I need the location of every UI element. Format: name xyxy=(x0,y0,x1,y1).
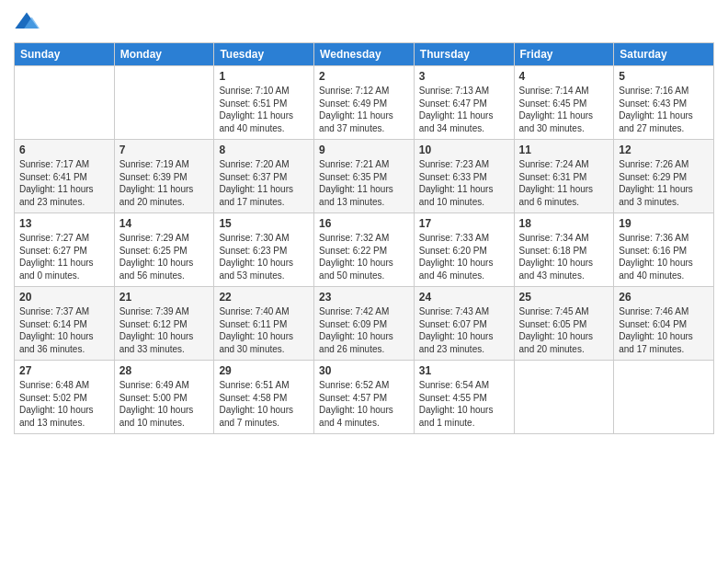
calendar-cell: 20Sunrise: 7:37 AM Sunset: 6:14 PM Dayli… xyxy=(15,287,115,361)
day-info: Sunrise: 7:12 AM Sunset: 6:49 PM Dayligh… xyxy=(319,85,409,134)
day-number: 19 xyxy=(619,217,709,230)
calendar-cell: 2Sunrise: 7:12 AM Sunset: 6:49 PM Daylig… xyxy=(314,66,415,140)
day-info: Sunrise: 7:10 AM Sunset: 6:51 PM Dayligh… xyxy=(219,85,309,134)
day-number: 15 xyxy=(219,217,309,230)
day-number: 27 xyxy=(19,364,109,377)
day-number: 26 xyxy=(619,291,709,304)
calendar-cell: 19Sunrise: 7:36 AM Sunset: 6:16 PM Dayli… xyxy=(614,213,714,287)
day-number: 14 xyxy=(119,217,210,230)
day-number: 25 xyxy=(519,291,609,304)
day-info: Sunrise: 7:30 AM Sunset: 6:23 PM Dayligh… xyxy=(219,232,309,282)
day-info: Sunrise: 6:54 AM Sunset: 4:55 PM Dayligh… xyxy=(419,379,509,429)
calendar-cell: 25Sunrise: 7:45 AM Sunset: 6:05 PM Dayli… xyxy=(514,287,614,361)
day-number: 3 xyxy=(419,70,509,83)
calendar-cell: 23Sunrise: 7:42 AM Sunset: 6:09 PM Dayli… xyxy=(314,287,415,361)
calendar-cell: 27Sunrise: 6:48 AM Sunset: 5:02 PM Dayli… xyxy=(15,361,115,434)
day-info: Sunrise: 7:27 AM Sunset: 6:27 PM Dayligh… xyxy=(19,232,109,282)
day-number: 6 xyxy=(19,144,109,156)
calendar-cell: 21Sunrise: 7:39 AM Sunset: 6:12 PM Dayli… xyxy=(114,287,214,361)
calendar-cell xyxy=(614,361,714,434)
calendar-cell xyxy=(15,66,115,140)
day-info: Sunrise: 6:51 AM Sunset: 4:58 PM Dayligh… xyxy=(219,379,309,429)
day-number: 12 xyxy=(619,144,709,156)
calendar-cell: 12Sunrise: 7:26 AM Sunset: 6:29 PM Dayli… xyxy=(614,140,714,213)
calendar-cell: 11Sunrise: 7:24 AM Sunset: 6:31 PM Dayli… xyxy=(514,140,614,213)
calendar-cell: 8Sunrise: 7:20 AM Sunset: 6:37 PM Daylig… xyxy=(214,140,314,213)
calendar-cell: 29Sunrise: 6:51 AM Sunset: 4:58 PM Dayli… xyxy=(214,361,314,434)
day-info: Sunrise: 7:39 AM Sunset: 6:12 PM Dayligh… xyxy=(119,305,210,355)
calendar-cell: 13Sunrise: 7:27 AM Sunset: 6:27 PM Dayli… xyxy=(15,213,115,287)
day-number: 18 xyxy=(519,217,609,230)
day-number: 24 xyxy=(419,291,509,304)
header-friday: Friday xyxy=(514,43,614,66)
calendar-cell: 9Sunrise: 7:21 AM Sunset: 6:35 PM Daylig… xyxy=(314,140,415,213)
day-number: 20 xyxy=(19,291,109,304)
day-number: 31 xyxy=(419,364,509,377)
calendar-cell: 16Sunrise: 7:32 AM Sunset: 6:22 PM Dayli… xyxy=(314,213,415,287)
calendar-cell: 31Sunrise: 6:54 AM Sunset: 4:55 PM Dayli… xyxy=(414,361,514,434)
calendar-cell: 4Sunrise: 7:14 AM Sunset: 6:45 PM Daylig… xyxy=(514,66,614,140)
day-info: Sunrise: 6:49 AM Sunset: 5:00 PM Dayligh… xyxy=(119,379,210,429)
day-number: 23 xyxy=(319,291,409,304)
calendar-page: Sunday Monday Tuesday Wednesday Thursday… xyxy=(0,0,728,563)
calendar-table: Sunday Monday Tuesday Wednesday Thursday… xyxy=(14,42,714,434)
calendar-cell: 18Sunrise: 7:34 AM Sunset: 6:18 PM Dayli… xyxy=(514,213,614,287)
calendar-row-1: 1Sunrise: 7:10 AM Sunset: 6:51 PM Daylig… xyxy=(15,66,714,140)
calendar-cell xyxy=(114,66,214,140)
day-number: 9 xyxy=(319,144,409,156)
day-number: 5 xyxy=(619,70,709,83)
calendar-cell: 15Sunrise: 7:30 AM Sunset: 6:23 PM Dayli… xyxy=(214,213,314,287)
day-number: 10 xyxy=(419,144,509,156)
day-info: Sunrise: 7:36 AM Sunset: 6:16 PM Dayligh… xyxy=(619,232,709,282)
day-info: Sunrise: 7:37 AM Sunset: 6:14 PM Dayligh… xyxy=(19,305,109,355)
calendar-cell: 14Sunrise: 7:29 AM Sunset: 6:25 PM Dayli… xyxy=(114,213,214,287)
day-number: 4 xyxy=(519,70,609,83)
page-header xyxy=(14,9,714,35)
day-info: Sunrise: 7:14 AM Sunset: 6:45 PM Dayligh… xyxy=(519,85,609,134)
calendar-cell: 5Sunrise: 7:16 AM Sunset: 6:43 PM Daylig… xyxy=(614,66,714,140)
day-number: 16 xyxy=(319,217,409,230)
day-number: 28 xyxy=(119,364,210,377)
day-info: Sunrise: 6:52 AM Sunset: 4:57 PM Dayligh… xyxy=(319,379,409,429)
calendar-cell: 17Sunrise: 7:33 AM Sunset: 6:20 PM Dayli… xyxy=(414,213,514,287)
calendar-row-3: 13Sunrise: 7:27 AM Sunset: 6:27 PM Dayli… xyxy=(15,213,714,287)
day-number: 21 xyxy=(119,291,210,304)
logo-icon xyxy=(14,9,40,35)
day-info: Sunrise: 7:16 AM Sunset: 6:43 PM Dayligh… xyxy=(619,85,709,134)
calendar-body: 1Sunrise: 7:10 AM Sunset: 6:51 PM Daylig… xyxy=(15,66,714,434)
calendar-cell: 24Sunrise: 7:43 AM Sunset: 6:07 PM Dayli… xyxy=(414,287,514,361)
header-thursday: Thursday xyxy=(414,43,514,66)
header-sunday: Sunday xyxy=(15,43,115,66)
weekday-header-row: Sunday Monday Tuesday Wednesday Thursday… xyxy=(15,43,714,66)
day-number: 7 xyxy=(119,144,210,156)
day-info: Sunrise: 7:17 AM Sunset: 6:41 PM Dayligh… xyxy=(19,158,109,208)
day-info: Sunrise: 7:46 AM Sunset: 6:04 PM Dayligh… xyxy=(619,305,709,355)
day-info: Sunrise: 7:40 AM Sunset: 6:11 PM Dayligh… xyxy=(219,305,309,355)
day-info: Sunrise: 7:45 AM Sunset: 6:05 PM Dayligh… xyxy=(519,305,609,355)
calendar-cell: 28Sunrise: 6:49 AM Sunset: 5:00 PM Dayli… xyxy=(114,361,214,434)
day-info: Sunrise: 7:33 AM Sunset: 6:20 PM Dayligh… xyxy=(419,232,509,282)
day-info: Sunrise: 7:23 AM Sunset: 6:33 PM Dayligh… xyxy=(419,158,509,208)
day-number: 11 xyxy=(519,144,609,156)
day-info: Sunrise: 7:20 AM Sunset: 6:37 PM Dayligh… xyxy=(219,158,309,208)
header-monday: Monday xyxy=(114,43,214,66)
logo xyxy=(14,9,43,35)
day-info: Sunrise: 7:13 AM Sunset: 6:47 PM Dayligh… xyxy=(419,85,509,134)
day-info: Sunrise: 7:43 AM Sunset: 6:07 PM Dayligh… xyxy=(419,305,509,355)
calendar-cell: 22Sunrise: 7:40 AM Sunset: 6:11 PM Dayli… xyxy=(214,287,314,361)
day-info: Sunrise: 7:26 AM Sunset: 6:29 PM Dayligh… xyxy=(619,158,709,208)
header-saturday: Saturday xyxy=(614,43,714,66)
day-info: Sunrise: 7:24 AM Sunset: 6:31 PM Dayligh… xyxy=(519,158,609,208)
calendar-cell: 30Sunrise: 6:52 AM Sunset: 4:57 PM Dayli… xyxy=(314,361,415,434)
calendar-cell: 1Sunrise: 7:10 AM Sunset: 6:51 PM Daylig… xyxy=(214,66,314,140)
day-number: 8 xyxy=(219,144,309,156)
day-number: 17 xyxy=(419,217,509,230)
calendar-row-2: 6Sunrise: 7:17 AM Sunset: 6:41 PM Daylig… xyxy=(15,140,714,213)
day-number: 30 xyxy=(319,364,409,377)
day-number: 2 xyxy=(319,70,409,83)
day-info: Sunrise: 7:32 AM Sunset: 6:22 PM Dayligh… xyxy=(319,232,409,282)
calendar-row-5: 27Sunrise: 6:48 AM Sunset: 5:02 PM Dayli… xyxy=(15,361,714,434)
calendar-cell xyxy=(514,361,614,434)
day-number: 22 xyxy=(219,291,309,304)
calendar-cell: 7Sunrise: 7:19 AM Sunset: 6:39 PM Daylig… xyxy=(114,140,214,213)
